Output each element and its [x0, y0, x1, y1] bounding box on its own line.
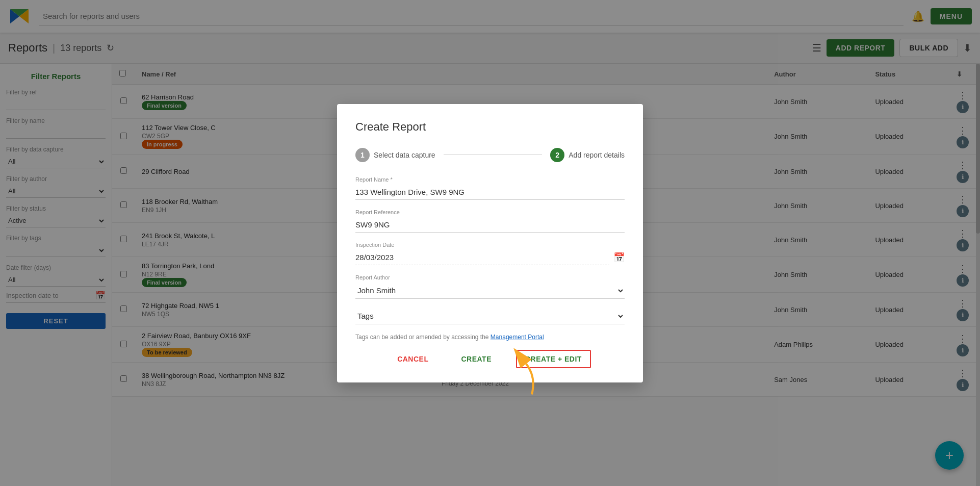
step-1-label: Select data capture	[374, 151, 435, 159]
management-portal-link[interactable]: Management Portal	[491, 334, 544, 341]
report-name-group: Report Name *	[355, 176, 625, 200]
report-author-group: Report Author John Smith	[355, 274, 625, 299]
inspection-date-input[interactable]	[355, 250, 609, 265]
inspection-date-group: Inspection Date 📅	[355, 242, 625, 265]
modal-overlay: Create Report 1 Select data capture 2 Ad…	[0, 0, 980, 486]
modal-actions: CANCEL CREATE CREATE + EDIT	[355, 350, 625, 368]
modal-title: Create Report	[355, 120, 625, 134]
step-1: 1 Select data capture	[355, 148, 435, 162]
report-ref-input[interactable]	[355, 217, 625, 233]
step-2: 2 Add report details	[550, 148, 625, 162]
report-name-label: Report Name *	[355, 176, 625, 183]
inspection-date-row: 📅	[355, 250, 625, 265]
create-button[interactable]: CREATE	[453, 350, 500, 368]
report-name-input[interactable]	[355, 185, 625, 200]
step-2-circle: 2	[550, 148, 564, 162]
report-ref-label: Report Reference	[355, 209, 625, 215]
cancel-button[interactable]: CANCEL	[389, 350, 436, 368]
tags-select[interactable]: Tags	[355, 308, 625, 324]
inspection-date-label: Inspection Date	[355, 242, 625, 248]
tags-note: Tags can be added or amended by accessin…	[355, 334, 625, 341]
step-2-label: Add report details	[569, 151, 625, 159]
stepper: 1 Select data capture 2 Add report detai…	[355, 148, 625, 162]
report-ref-group: Report Reference	[355, 209, 625, 233]
step-1-circle: 1	[355, 148, 370, 162]
report-author-select[interactable]: John Smith	[355, 283, 625, 299]
create-edit-button[interactable]: CREATE + EDIT	[516, 350, 591, 368]
step-line	[444, 155, 543, 155]
tags-group: Tags	[355, 308, 625, 324]
report-author-label: Report Author	[355, 274, 625, 280]
calendar-icon-modal[interactable]: 📅	[613, 252, 625, 263]
create-report-modal: Create Report 1 Select data capture 2 Ad…	[337, 104, 643, 382]
